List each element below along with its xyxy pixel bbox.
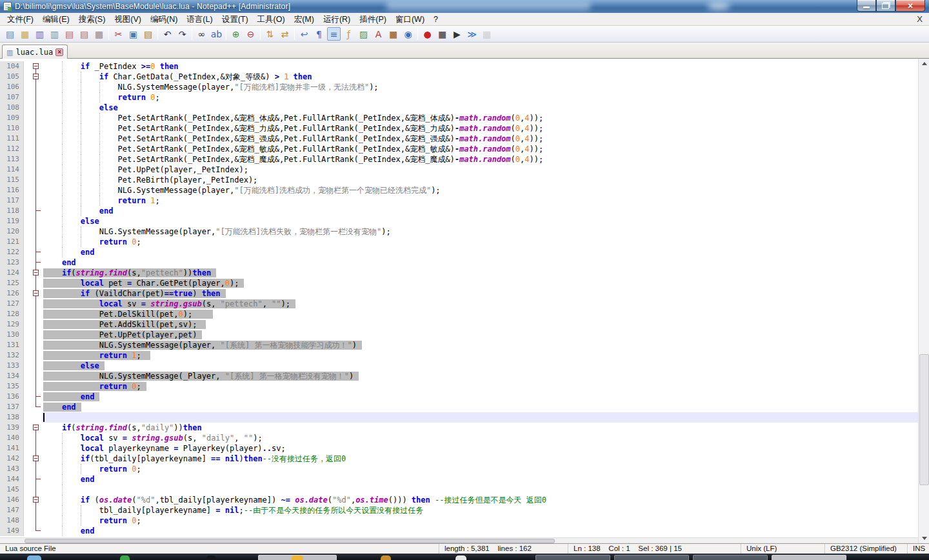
- code-text[interactable]: Pet.UpPet(player,_PetIndex);: [42, 165, 918, 175]
- bookmark-margin[interactable]: [24, 185, 30, 195]
- document-close-icon[interactable]: X: [917, 14, 923, 24]
- code-text[interactable]: if(string.find(s,"daily"))then: [42, 423, 918, 433]
- find-icon[interactable]: ∞: [195, 27, 208, 41]
- status-encoding[interactable]: GB2312 (Simplified): [824, 544, 907, 554]
- bookmark-margin[interactable]: [24, 423, 30, 433]
- fold-collapse-box[interactable]: [33, 270, 39, 275]
- line-number[interactable]: 111: [0, 134, 24, 144]
- menu-item[interactable]: 运行(R): [319, 13, 355, 26]
- code-text[interactable]: NLG.SystemMessage(player,"[万能洗档]洗档成功，宠物栏…: [42, 185, 918, 195]
- fold-margin[interactable]: [30, 92, 42, 103]
- code-text[interactable]: NLG.SystemMessage(player,"[万能洗档]宠物并非一级，无…: [42, 82, 918, 92]
- fold-margin[interactable]: [30, 319, 42, 330]
- horizontal-scrollbar[interactable]: [0, 537, 918, 543]
- line-number[interactable]: 125: [0, 278, 24, 288]
- fold-margin[interactable]: [30, 247, 42, 257]
- print-icon[interactable]: ▦: [92, 27, 106, 41]
- bookmark-margin[interactable]: [24, 82, 30, 92]
- code-text[interactable]: Pet.UpPet(player,pet): [42, 330, 918, 340]
- fold-margin[interactable]: [30, 72, 42, 82]
- line-number[interactable]: 126: [0, 288, 24, 299]
- taskbar-item[interactable]: [614, 555, 689, 560]
- line-number[interactable]: 135: [0, 381, 24, 392]
- code-text[interactable]: NLG.SystemMessage(player,"[万能洗档]洗档失败，宠物栏…: [42, 226, 918, 237]
- code-text[interactable]: Pet.SetArtRank(_PetIndex,&宠档_体成&,Pet.Ful…: [42, 113, 918, 123]
- taskbar-item[interactable]: [292, 555, 303, 560]
- bookmark-margin[interactable]: [24, 402, 30, 412]
- code-text[interactable]: return 0;: [42, 381, 918, 392]
- code-text[interactable]: NLG.SystemMessage(player, "[系统] 第一格宠物技能学…: [42, 340, 918, 350]
- copy-icon[interactable]: ▣: [126, 27, 140, 41]
- fold-margin[interactable]: [30, 464, 42, 474]
- bookmark-margin[interactable]: [24, 495, 30, 505]
- bookmark-margin[interactable]: [24, 464, 30, 474]
- scroll-up-arrow-icon[interactable]: [919, 59, 929, 68]
- fold-margin[interactable]: [30, 195, 42, 206]
- fold-margin[interactable]: [30, 381, 42, 392]
- bookmark-margin[interactable]: [24, 247, 30, 257]
- bookmark-margin[interactable]: [24, 216, 30, 226]
- fold-margin[interactable]: [30, 515, 42, 526]
- fold-margin[interactable]: [30, 454, 42, 464]
- horizontal-scrollbar-thumb[interactable]: [25, 539, 555, 543]
- undo-icon[interactable]: ↶: [161, 27, 174, 41]
- fold-margin[interactable]: [30, 495, 42, 505]
- code-text[interactable]: if _PetIndex >=0 then: [42, 61, 918, 72]
- bookmark-margin[interactable]: [24, 443, 30, 454]
- sync-vertical-icon[interactable]: ⇅: [263, 27, 277, 41]
- code-text[interactable]: Pet.SetArtRank(_PetIndex,&宠档_敏成&,Pet.Ful…: [42, 144, 918, 154]
- fold-margin[interactable]: [30, 340, 42, 350]
- menu-item[interactable]: 语言(L): [182, 13, 217, 26]
- code-text[interactable]: end: [42, 526, 918, 536]
- line-number[interactable]: 107: [0, 92, 24, 103]
- status-eol-format[interactable]: Unix (LF): [741, 544, 824, 554]
- code-text[interactable]: end: [42, 206, 918, 216]
- bookmark-margin[interactable]: [24, 175, 30, 185]
- bookmark-margin[interactable]: [24, 237, 30, 247]
- function-list-icon[interactable]: ƒ: [342, 27, 355, 41]
- fold-margin[interactable]: [30, 237, 42, 247]
- menu-item[interactable]: 编码(N): [146, 13, 182, 26]
- bookmark-margin[interactable]: [24, 392, 30, 402]
- bookmark-margin[interactable]: [24, 257, 30, 268]
- line-number[interactable]: 128: [0, 309, 24, 319]
- line-number[interactable]: 127: [0, 299, 24, 309]
- fold-margin[interactable]: [30, 144, 42, 154]
- line-number[interactable]: 116: [0, 185, 24, 195]
- paste-icon[interactable]: ▤: [141, 27, 155, 41]
- word-wrap-icon[interactable]: ↩: [297, 27, 311, 41]
- fold-margin[interactable]: [30, 309, 42, 319]
- line-number[interactable]: 112: [0, 144, 24, 154]
- line-number[interactable]: 124: [0, 268, 24, 278]
- bookmark-margin[interactable]: [24, 485, 30, 495]
- line-number[interactable]: 139: [0, 423, 24, 433]
- fold-margin[interactable]: [30, 371, 42, 381]
- line-number[interactable]: 145: [0, 485, 24, 495]
- fold-margin[interactable]: [30, 61, 42, 72]
- line-number[interactable]: 122: [0, 247, 24, 257]
- code-text[interactable]: local sv = string.gsub(s, "daily", "");: [42, 433, 918, 443]
- new-file-icon[interactable]: ▤: [3, 27, 17, 41]
- fold-margin[interactable]: [30, 185, 42, 195]
- code-text[interactable]: if(tbl_daily[playerkeyname] == nil)then-…: [42, 454, 918, 464]
- bookmark-margin[interactable]: [24, 526, 30, 536]
- code-text[interactable]: local sv = string.gsub(s, "pettech", "")…: [42, 299, 918, 309]
- taskbar-item[interactable]: [535, 555, 610, 560]
- fold-margin[interactable]: [30, 412, 42, 423]
- code-text[interactable]: [42, 485, 918, 495]
- line-number[interactable]: 146: [0, 495, 24, 505]
- taskbar-item[interactable]: [206, 555, 216, 560]
- bookmark-margin[interactable]: [24, 299, 30, 309]
- bookmark-margin[interactable]: [24, 154, 30, 165]
- fold-margin[interactable]: [30, 175, 42, 185]
- line-number[interactable]: 137: [0, 402, 24, 412]
- line-number[interactable]: 144: [0, 474, 24, 485]
- menu-item[interactable]: 编辑(E): [38, 13, 74, 26]
- line-number[interactable]: 149: [0, 526, 24, 536]
- replace-icon[interactable]: ab: [210, 27, 223, 41]
- line-number[interactable]: 148: [0, 515, 24, 526]
- code-text[interactable]: local playerkeyname = Playerkey(player).…: [42, 443, 918, 454]
- line-number[interactable]: 147: [0, 505, 24, 515]
- status-insert-mode[interactable]: INS: [907, 544, 929, 554]
- cut-icon[interactable]: ✂: [112, 27, 125, 41]
